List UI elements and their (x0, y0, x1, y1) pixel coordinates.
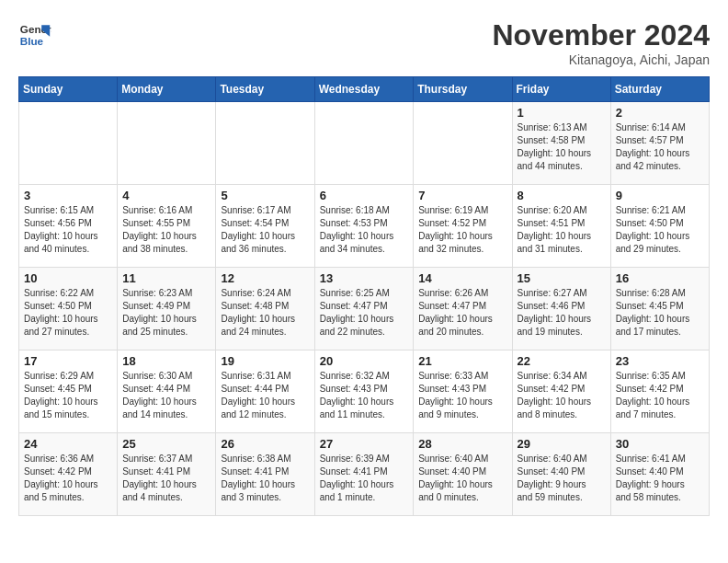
day-number: 15 (518, 271, 606, 285)
day-info: Sunrise: 6:25 AM Sunset: 4:47 PM Dayligh… (320, 287, 409, 339)
calendar-cell: 24Sunrise: 6:36 AM Sunset: 4:42 PM Dayli… (19, 433, 118, 516)
calendar-cell (414, 102, 512, 185)
day-info: Sunrise: 6:13 AM Sunset: 4:58 PM Dayligh… (518, 121, 606, 173)
calendar-cell: 2Sunrise: 6:14 AM Sunset: 4:57 PM Daylig… (610, 102, 709, 185)
title-block: November 2024 Kitanagoya, Aichi, Japan (492, 18, 710, 67)
day-info: Sunrise: 6:40 AM Sunset: 4:40 PM Dayligh… (418, 453, 506, 504)
day-number: 2 (616, 106, 704, 120)
day-info: Sunrise: 6:20 AM Sunset: 4:51 PM Dayligh… (518, 204, 606, 256)
day-number: 20 (320, 354, 409, 368)
day-info: Sunrise: 6:23 AM Sunset: 4:49 PM Dayligh… (122, 287, 210, 339)
calendar-cell: 14Sunrise: 6:26 AM Sunset: 4:47 PM Dayli… (414, 268, 512, 350)
calendar-cell: 22Sunrise: 6:34 AM Sunset: 4:42 PM Dayli… (512, 350, 610, 433)
calendar-cell: 11Sunrise: 6:23 AM Sunset: 4:49 PM Dayli… (118, 268, 216, 350)
calendar-cell: 23Sunrise: 6:35 AM Sunset: 4:42 PM Dayli… (610, 350, 709, 433)
day-info: Sunrise: 6:15 AM Sunset: 4:56 PM Dayligh… (24, 204, 112, 256)
day-number: 8 (518, 189, 606, 202)
day-info: Sunrise: 6:26 AM Sunset: 4:47 PM Dayligh… (418, 287, 506, 339)
calendar-cell: 8Sunrise: 6:20 AM Sunset: 4:51 PM Daylig… (512, 185, 610, 268)
day-number: 18 (122, 354, 210, 368)
calendar-cell: 26Sunrise: 6:38 AM Sunset: 4:41 PM Dayli… (216, 433, 314, 516)
calendar-cell: 27Sunrise: 6:39 AM Sunset: 4:41 PM Dayli… (314, 433, 414, 516)
calendar-cell: 3Sunrise: 6:15 AM Sunset: 4:56 PM Daylig… (19, 185, 118, 268)
weekday-header: Tuesday (216, 77, 314, 102)
weekday-header: Saturday (610, 77, 709, 102)
weekday-header: Thursday (414, 77, 512, 102)
day-info: Sunrise: 6:29 AM Sunset: 4:45 PM Dayligh… (24, 370, 112, 421)
day-info: Sunrise: 6:30 AM Sunset: 4:44 PM Dayligh… (122, 370, 210, 421)
calendar-cell: 30Sunrise: 6:41 AM Sunset: 4:40 PM Dayli… (610, 433, 709, 516)
day-info: Sunrise: 6:32 AM Sunset: 4:43 PM Dayligh… (320, 370, 409, 421)
calendar-cell: 7Sunrise: 6:19 AM Sunset: 4:52 PM Daylig… (414, 185, 512, 268)
calendar-cell: 15Sunrise: 6:27 AM Sunset: 4:46 PM Dayli… (512, 268, 610, 350)
calendar-cell: 10Sunrise: 6:22 AM Sunset: 4:50 PM Dayli… (19, 268, 118, 350)
month-title: November 2024 (492, 18, 710, 52)
page-header: General Blue November 2024 Kitanagoya, A… (18, 18, 710, 67)
calendar-week-row: 17Sunrise: 6:29 AM Sunset: 4:45 PM Dayli… (19, 350, 710, 433)
day-info: Sunrise: 6:34 AM Sunset: 4:42 PM Dayligh… (518, 370, 606, 421)
calendar-cell (216, 102, 314, 185)
day-number: 16 (616, 271, 704, 285)
day-info: Sunrise: 6:40 AM Sunset: 4:40 PM Dayligh… (518, 453, 606, 504)
calendar-cell: 9Sunrise: 6:21 AM Sunset: 4:50 PM Daylig… (610, 185, 709, 268)
calendar-cell: 20Sunrise: 6:32 AM Sunset: 4:43 PM Dayli… (314, 350, 414, 433)
calendar-cell (118, 102, 216, 185)
day-info: Sunrise: 6:33 AM Sunset: 4:43 PM Dayligh… (418, 370, 506, 421)
calendar-cell: 18Sunrise: 6:30 AM Sunset: 4:44 PM Dayli… (118, 350, 216, 433)
weekday-header: Sunday (19, 77, 118, 102)
day-number: 23 (616, 354, 704, 368)
calendar-cell: 5Sunrise: 6:17 AM Sunset: 4:54 PM Daylig… (216, 185, 314, 268)
day-number: 21 (418, 354, 506, 368)
day-number: 17 (24, 354, 112, 368)
day-info: Sunrise: 6:17 AM Sunset: 4:54 PM Dayligh… (221, 204, 309, 256)
day-number: 19 (221, 354, 309, 368)
day-number: 14 (418, 271, 506, 285)
calendar-cell: 19Sunrise: 6:31 AM Sunset: 4:44 PM Dayli… (216, 350, 314, 433)
day-number: 9 (616, 189, 704, 202)
calendar-cell: 21Sunrise: 6:33 AM Sunset: 4:43 PM Dayli… (414, 350, 512, 433)
day-info: Sunrise: 6:21 AM Sunset: 4:50 PM Dayligh… (616, 204, 704, 256)
day-info: Sunrise: 6:14 AM Sunset: 4:57 PM Dayligh… (616, 121, 704, 173)
day-number: 5 (221, 189, 309, 202)
day-info: Sunrise: 6:28 AM Sunset: 4:45 PM Dayligh… (616, 287, 704, 339)
day-info: Sunrise: 6:35 AM Sunset: 4:42 PM Dayligh… (616, 370, 704, 421)
day-number: 26 (221, 437, 309, 451)
logo-icon: General Blue (18, 18, 51, 52)
day-number: 28 (418, 437, 506, 451)
day-number: 24 (24, 437, 112, 451)
day-number: 29 (518, 437, 606, 451)
calendar-cell: 13Sunrise: 6:25 AM Sunset: 4:47 PM Dayli… (314, 268, 414, 350)
day-number: 6 (320, 189, 409, 202)
calendar-week-row: 1Sunrise: 6:13 AM Sunset: 4:58 PM Daylig… (19, 102, 710, 185)
day-info: Sunrise: 6:38 AM Sunset: 4:41 PM Dayligh… (221, 453, 309, 504)
calendar-cell: 28Sunrise: 6:40 AM Sunset: 4:40 PM Dayli… (414, 433, 512, 516)
calendar: SundayMondayTuesdayWednesdayThursdayFrid… (18, 76, 710, 516)
day-info: Sunrise: 6:41 AM Sunset: 4:40 PM Dayligh… (616, 453, 704, 504)
day-info: Sunrise: 6:18 AM Sunset: 4:53 PM Dayligh… (320, 204, 409, 256)
day-number: 11 (122, 271, 210, 285)
day-info: Sunrise: 6:27 AM Sunset: 4:46 PM Dayligh… (518, 287, 606, 339)
calendar-cell: 17Sunrise: 6:29 AM Sunset: 4:45 PM Dayli… (19, 350, 118, 433)
calendar-cell: 4Sunrise: 6:16 AM Sunset: 4:55 PM Daylig… (118, 185, 216, 268)
day-number: 27 (320, 437, 409, 451)
calendar-cell (19, 102, 118, 185)
calendar-week-row: 24Sunrise: 6:36 AM Sunset: 4:42 PM Dayli… (19, 433, 710, 516)
weekday-header-row: SundayMondayTuesdayWednesdayThursdayFrid… (19, 77, 710, 102)
day-number: 30 (616, 437, 704, 451)
day-number: 4 (122, 189, 210, 202)
day-info: Sunrise: 6:24 AM Sunset: 4:48 PM Dayligh… (221, 287, 309, 339)
day-number: 13 (320, 271, 409, 285)
day-number: 10 (24, 271, 112, 285)
day-info: Sunrise: 6:36 AM Sunset: 4:42 PM Dayligh… (24, 453, 112, 504)
day-number: 25 (122, 437, 210, 451)
weekday-header: Friday (512, 77, 610, 102)
day-info: Sunrise: 6:22 AM Sunset: 4:50 PM Dayligh… (24, 287, 112, 339)
calendar-cell: 6Sunrise: 6:18 AM Sunset: 4:53 PM Daylig… (314, 185, 414, 268)
day-number: 3 (24, 189, 112, 202)
day-number: 1 (518, 106, 606, 120)
calendar-week-row: 3Sunrise: 6:15 AM Sunset: 4:56 PM Daylig… (19, 185, 710, 268)
weekday-header: Monday (118, 77, 216, 102)
logo: General Blue (18, 18, 51, 52)
day-info: Sunrise: 6:16 AM Sunset: 4:55 PM Dayligh… (122, 204, 210, 256)
calendar-cell (314, 102, 414, 185)
